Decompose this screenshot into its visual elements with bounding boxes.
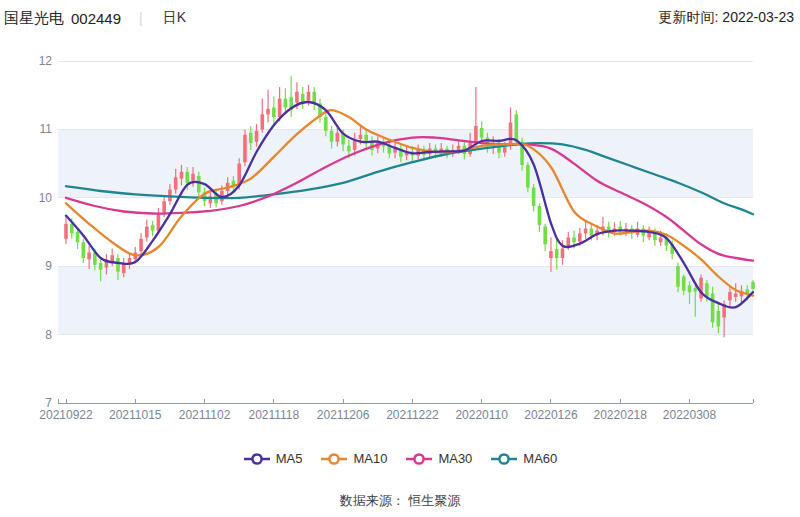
legend-label: MA60	[523, 451, 557, 466]
candle[interactable]	[185, 172, 189, 183]
x-tick-label: 20220308	[663, 408, 717, 422]
candle[interactable]	[260, 114, 264, 129]
x-tick-label: 20220110	[455, 408, 508, 422]
legend-label: MA30	[438, 451, 472, 466]
candle[interactable]	[157, 213, 161, 231]
legend: MA5MA10MA30MA60	[0, 451, 800, 466]
x-tick-label: 20210922	[39, 408, 93, 422]
candle[interactable]	[145, 227, 149, 238]
candle[interactable]	[139, 239, 143, 251]
candle[interactable]	[99, 263, 103, 270]
candle[interactable]	[243, 135, 247, 162]
period-tab-daily-k[interactable]: 日K	[163, 9, 186, 27]
data-source-label: 数据来源： 恒生聚源	[0, 492, 800, 510]
candle[interactable]	[538, 206, 542, 225]
candle[interactable]	[76, 232, 80, 242]
candle[interactable]	[301, 94, 305, 102]
update-time-label: 更新时间: 2022-03-23	[659, 9, 794, 27]
candle[interactable]	[197, 176, 201, 192]
candle[interactable]	[151, 225, 155, 230]
candle[interactable]	[180, 172, 184, 179]
candle[interactable]	[295, 92, 299, 103]
candle[interactable]	[359, 135, 363, 139]
candle[interactable]	[64, 224, 68, 239]
ma10-legend-icon	[320, 452, 348, 466]
candle[interactable]	[191, 174, 195, 181]
candle[interactable]	[543, 227, 547, 245]
y-tick-label: 9	[45, 259, 52, 273]
candle[interactable]	[162, 201, 166, 213]
candle[interactable]	[474, 126, 478, 143]
candle[interactable]	[330, 131, 334, 142]
kline-chart-canvas[interactable]: 7891011122021092220211015202111022021111…	[0, 30, 800, 450]
legend-item-ma60[interactable]: MA60	[490, 451, 557, 466]
candle[interactable]	[307, 92, 311, 101]
candle[interactable]	[659, 237, 663, 242]
candle[interactable]	[693, 288, 697, 291]
candle[interactable]	[255, 131, 259, 142]
candle[interactable]	[249, 133, 253, 143]
legend-label: MA10	[353, 451, 387, 466]
candle[interactable]	[561, 248, 565, 258]
candle[interactable]	[272, 108, 276, 118]
x-tick-label: 20211222	[386, 408, 439, 422]
candle[interactable]	[87, 253, 91, 260]
header-separator: |	[139, 10, 143, 26]
legend-item-ma30[interactable]: MA30	[405, 451, 472, 466]
candle[interactable]	[711, 294, 715, 323]
candle[interactable]	[578, 233, 582, 241]
x-tick-label: 20220218	[594, 408, 648, 422]
candle[interactable]	[336, 133, 340, 142]
candle[interactable]	[532, 188, 536, 206]
candle[interactable]	[705, 283, 709, 297]
candle[interactable]	[751, 282, 755, 289]
candle[interactable]	[116, 258, 120, 272]
candle[interactable]	[699, 278, 703, 299]
candle[interactable]	[682, 276, 686, 290]
stock-name: 国星光电	[4, 9, 64, 28]
x-tick-label: 20211015	[109, 408, 162, 422]
stock-code: 002449	[71, 10, 121, 27]
candle[interactable]	[515, 114, 519, 141]
y-tick-label: 11	[40, 122, 53, 136]
ma5-legend-icon	[243, 452, 271, 466]
kline-widget: 国星光电 002449 | 日K 更新时间: 2022-03-23 789101…	[0, 0, 800, 517]
legend-item-ma5[interactable]: MA5	[243, 451, 303, 466]
candle[interactable]	[549, 251, 553, 258]
y-tick-label: 8	[45, 328, 52, 342]
candle[interactable]	[688, 285, 692, 292]
candle[interactable]	[734, 294, 738, 297]
candle[interactable]	[526, 165, 530, 188]
candle[interactable]	[480, 128, 484, 138]
candle[interactable]	[284, 99, 288, 108]
legend-item-ma10[interactable]: MA10	[320, 451, 387, 466]
candle[interactable]	[676, 266, 680, 287]
candle[interactable]	[278, 99, 282, 117]
x-tick-label: 20211206	[317, 408, 370, 422]
candle[interactable]	[347, 146, 351, 151]
candle[interactable]	[174, 177, 178, 189]
ma60-legend-icon	[490, 452, 518, 466]
candle[interactable]	[324, 117, 328, 131]
candle[interactable]	[717, 311, 721, 327]
candle[interactable]	[503, 147, 507, 152]
candle[interactable]	[572, 237, 576, 242]
x-tick-label: 20220126	[524, 408, 578, 422]
candle[interactable]	[509, 123, 513, 146]
candle[interactable]	[555, 249, 559, 258]
legend-label: MA5	[276, 451, 303, 466]
chart-header: 国星光电 002449 | 日K 更新时间: 2022-03-23	[0, 0, 800, 30]
x-tick-label: 20211118	[248, 408, 299, 422]
candle[interactable]	[584, 229, 588, 234]
plot-band	[58, 266, 753, 334]
x-tick-label: 20211102	[179, 408, 231, 422]
candle[interactable]	[457, 146, 461, 150]
candle[interactable]	[590, 229, 594, 236]
ma30-legend-icon	[405, 452, 433, 466]
y-tick-label: 12	[39, 54, 53, 68]
y-tick-label: 10	[39, 191, 53, 205]
candle[interactable]	[82, 242, 86, 258]
candle[interactable]	[566, 237, 570, 245]
candle[interactable]	[728, 292, 732, 300]
candle[interactable]	[266, 109, 270, 114]
